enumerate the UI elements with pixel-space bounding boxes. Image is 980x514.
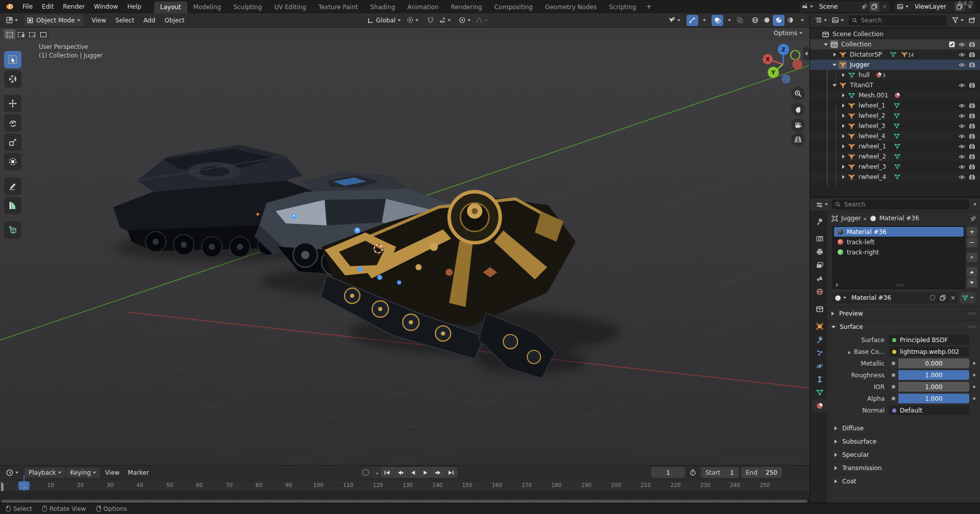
outliner-row[interactable]: lwheel_4 [810,131,980,141]
outliner-row[interactable]: lwheel_3 [810,121,980,131]
tool-move[interactable] [4,95,21,112]
collapsed-panel-header[interactable]: Subsurface [827,434,980,448]
tab-material[interactable] [812,399,827,413]
disable-render-toggle[interactable] [969,174,975,181]
disable-render-toggle[interactable] [969,62,975,68]
visibility-dropdown[interactable] [665,15,683,26]
workspace-tab[interactable]: Compositing [488,2,538,13]
collapsed-panel-header[interactable]: Diffuse [827,421,980,434]
workspace-tab[interactable]: Scripting [603,2,642,13]
tab-constraints[interactable] [812,373,827,386]
remove-slot-button[interactable]: − [967,238,977,247]
expand-arrow-icon[interactable] [840,133,847,139]
pan-hand-button[interactable] [791,102,805,116]
breadcrumb-data[interactable]: Material #36 [879,215,919,222]
sidebar-collapse-tab[interactable] [803,47,810,60]
disable-render-toggle[interactable] [969,153,975,160]
pin-icon[interactable] [970,215,976,222]
duplicate-material-button[interactable] [938,293,948,303]
frame-end-field[interactable]: End 250 [741,467,782,478]
unlink-scene-button[interactable]: × [879,3,890,10]
tab-render[interactable] [812,232,827,245]
outliner-row[interactable]: lwheel_1 [810,100,980,111]
viewport-menu-item[interactable]: Select [111,15,139,25]
add-workspace-button[interactable]: + [642,1,655,13]
viewport-menu-item[interactable]: View [87,15,111,25]
select-mode-set[interactable] [4,30,15,39]
snap-toggle[interactable] [425,15,436,26]
snap-target-dropdown[interactable] [436,15,453,26]
collection-checkbox[interactable] [949,41,955,47]
topbar-menu-item[interactable]: Help [122,1,145,12]
outliner-search[interactable] [849,15,947,25]
gizmo-axis-x-neg[interactable] [792,59,802,69]
viewlayer-name[interactable]: ViewLayer [911,3,954,10]
options-popover-button[interactable]: Options [774,30,802,37]
chevron-right-icon[interactable] [827,351,828,355]
surface-shader-field[interactable]: Principled BSDF [889,335,969,345]
timeline-menu-item[interactable]: Keying [66,468,100,478]
material-slot[interactable]: Material #36 [834,227,964,237]
slot-link-dropdown[interactable] [960,292,975,303]
move-slot-down-button[interactable] [967,278,977,288]
topbar-menu-item[interactable]: Window [89,1,122,12]
zoom-button[interactable] [791,87,805,100]
surface-panel-header[interactable]: Surface [827,321,980,333]
outliner-row[interactable]: Collection [810,39,980,49]
base-color-field[interactable]: lightmap.webp.002 [889,347,969,356]
new-collection-button[interactable] [967,15,977,25]
properties-search[interactable] [832,199,969,210]
frame-start-field[interactable]: Start 1 [701,467,739,478]
scene-name[interactable]: Scene [815,3,859,10]
outliner-row[interactable]: rwheel_1 [810,141,980,151]
tab-modifiers[interactable] [812,333,827,346]
play-reverse-button[interactable] [406,467,419,478]
hide-eye-toggle[interactable] [959,82,965,89]
workspace-tab[interactable]: Modeling [187,2,228,13]
hide-eye-toggle[interactable] [959,62,965,68]
new-scene-button[interactable] [869,2,879,12]
chevron-down-icon[interactable] [973,203,976,205]
disable-render-toggle[interactable] [969,143,975,150]
material-name-field[interactable]: Material #36 [848,294,927,301]
expand-arrow-icon[interactable] [831,62,839,68]
hide-eye-toggle[interactable] [959,133,965,140]
preview-range-toggle[interactable] [688,468,698,478]
timeline-editor-type-button[interactable] [3,467,21,478]
blender-logo-icon[interactable] [5,3,14,10]
hide-eye-toggle[interactable] [959,153,965,160]
show-gizmos-toggle[interactable] [687,15,698,26]
timeline-menu-item[interactable]: Marker [124,468,153,478]
properties-search-input[interactable] [843,200,966,209]
timeline-menu-item[interactable]: View [101,468,124,478]
outliner-row[interactable]: Scene Collection [810,29,980,39]
topbar-menu-item[interactable]: Edit [37,1,58,12]
auto-key-toggle[interactable] [362,469,369,476]
outliner-editor-type-button[interactable] [813,15,829,25]
jump-to-end-button[interactable] [445,467,457,478]
ortho-toggle-button[interactable] [791,133,805,146]
preview-panel-header[interactable]: Preview [827,307,980,320]
hide-eye-toggle[interactable] [959,123,965,130]
collapsed-panel-header[interactable]: Coat [827,474,980,487]
list-expand-icon[interactable] [836,283,839,287]
socket-button[interactable] [889,394,898,403]
disable-render-toggle[interactable] [969,82,975,89]
tab-view-layer[interactable] [812,259,827,272]
outliner-row[interactable]: rwheel_3 [810,162,980,172]
list-resize-grip[interactable] [896,284,904,287]
workspace-tab[interactable]: Shading [364,2,401,13]
value-slider[interactable]: 1.000 [889,394,969,403]
expand-arrow-icon[interactable] [840,174,847,180]
outliner-row[interactable]: TitanGT [810,80,980,90]
select-mode-subtract[interactable] [27,30,38,39]
show-overlays-toggle[interactable] [712,15,723,26]
timeline-menu-item[interactable]: Playback [24,468,65,478]
tab-physics[interactable] [812,359,827,373]
shading-wireframe-button[interactable] [749,15,761,26]
tool-scale[interactable] [4,134,21,151]
value-slider[interactable]: 1.000 [889,370,969,380]
current-frame-field[interactable]: 1 [651,467,685,478]
workspace-tab[interactable]: Rendering [445,2,488,13]
hide-eye-toggle[interactable] [959,143,965,150]
